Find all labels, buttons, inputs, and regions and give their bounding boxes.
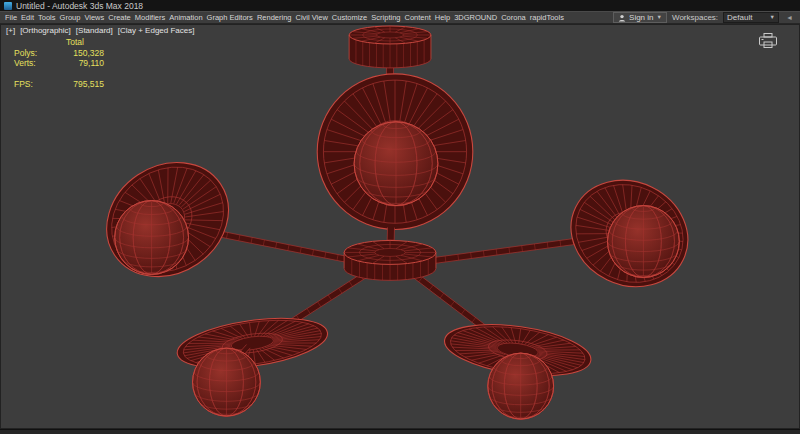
menu-item-create[interactable]: Create <box>106 12 133 23</box>
stats-row-polys: Polys: 150,328 <box>14 48 104 59</box>
menu-item-scripting[interactable]: Scripting <box>369 12 402 23</box>
stats-verts-label: Verts: <box>14 58 46 69</box>
menu-item-views[interactable]: Views <box>82 12 106 23</box>
menu-bar-right: Sign in ▼ Workspaces: Default ▼ ◄ <box>613 12 797 23</box>
stats-polys-label: Polys: <box>14 48 46 59</box>
menu-item-help[interactable]: Help <box>433 12 452 23</box>
menu-item-rendering[interactable]: Rendering <box>255 12 294 23</box>
viewport-scene[interactable] <box>1 25 799 428</box>
stats-total-label: Total <box>46 37 104 48</box>
viewport[interactable]: [+][Orthographic][Standard][Clay + Edged… <box>0 24 800 429</box>
3dsmax-app-icon <box>4 2 12 10</box>
viewport-label-row: [+][Orthographic][Standard][Clay + Edged… <box>6 26 194 35</box>
menu-item-3dground[interactable]: 3DGROUND <box>452 12 499 23</box>
menu-item-graph-editors[interactable]: Graph Editors <box>205 12 255 23</box>
menu-item-civil-view[interactable]: Civil View <box>293 12 329 23</box>
chevron-down-icon: ▼ <box>657 15 662 21</box>
stats-row-total: Total <box>14 37 104 48</box>
viewport-label-2[interactable]: [Standard] <box>76 26 113 35</box>
app-window: Untitled - Autodesk 3ds Max 2018 FileEdi… <box>0 0 800 434</box>
chevron-left-icon[interactable]: ◄ <box>784 14 795 21</box>
window-title: Untitled - Autodesk 3ds Max 2018 <box>16 1 143 11</box>
menu-item-edit[interactable]: Edit <box>19 12 36 23</box>
stats-row-verts: Verts: 79,110 <box>14 58 104 69</box>
viewport-label-0[interactable]: [+] <box>6 26 15 35</box>
workspace-select[interactable]: Default ▼ <box>723 12 779 23</box>
menu-items: FileEditToolsGroupViewsCreateModifiersAn… <box>3 12 566 23</box>
title-bar: Untitled - Autodesk 3ds Max 2018 <box>0 0 800 11</box>
menu-item-rapidtools[interactable]: rapidTools <box>528 12 566 23</box>
menu-bar: FileEditToolsGroupViewsCreateModifiersAn… <box>0 11 800 24</box>
sign-in-label: Sign in <box>629 13 653 22</box>
person-icon <box>618 14 626 22</box>
menu-item-file[interactable]: File <box>3 12 19 23</box>
sign-in-button[interactable]: Sign in ▼ <box>613 12 667 23</box>
status-bar <box>0 429 800 434</box>
viewport-label-3[interactable]: [Clay + Edged Faces] <box>118 26 195 35</box>
menu-item-tools[interactable]: Tools <box>36 12 58 23</box>
stats-row-fps: FPS: 795,515 <box>14 79 104 90</box>
menu-item-content[interactable]: Content <box>402 12 432 23</box>
workspace-value: Default <box>727 13 752 22</box>
workspaces-label: Workspaces: <box>672 13 718 22</box>
chevron-down-icon: ▼ <box>770 15 775 21</box>
menu-item-animation[interactable]: Animation <box>167 12 204 23</box>
menu-item-customize[interactable]: Customize <box>330 12 369 23</box>
viewport-statistics: Total Polys: 150,328 Verts: 79,110 FPS: … <box>14 37 104 89</box>
menu-item-modifiers[interactable]: Modifiers <box>133 12 167 23</box>
viewport-label-1[interactable]: [Orthographic] <box>20 26 71 35</box>
stats-fps-value: 795,515 <box>46 79 104 90</box>
stats-verts-value: 79,110 <box>46 58 104 69</box>
printer-icon[interactable] <box>758 32 778 49</box>
menu-item-group[interactable]: Group <box>58 12 83 23</box>
stats-polys-value: 150,328 <box>46 48 104 59</box>
menu-item-corona[interactable]: Corona <box>499 12 528 23</box>
stats-fps-label: FPS: <box>14 79 46 90</box>
